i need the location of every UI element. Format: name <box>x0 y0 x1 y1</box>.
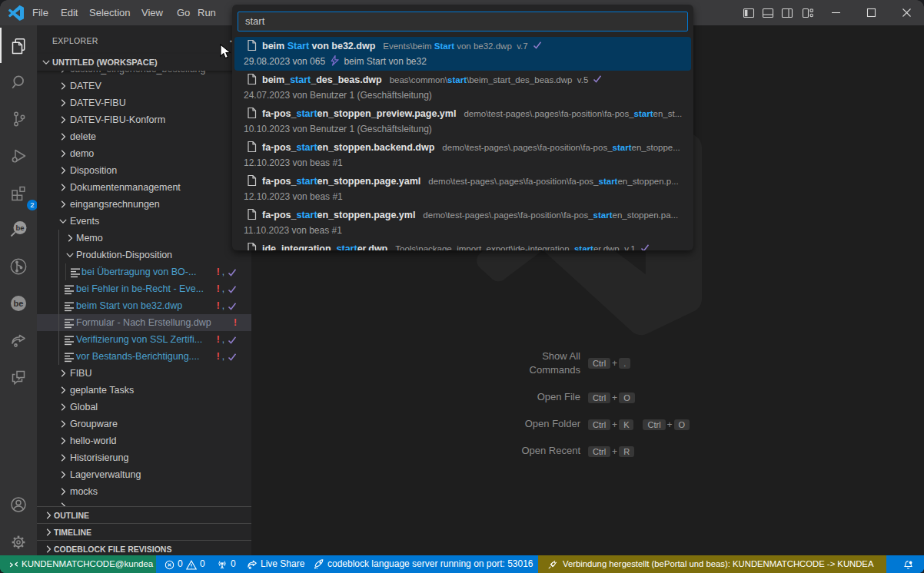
svg-text:be: be <box>14 299 24 308</box>
svg-text:be: be <box>15 224 24 232</box>
